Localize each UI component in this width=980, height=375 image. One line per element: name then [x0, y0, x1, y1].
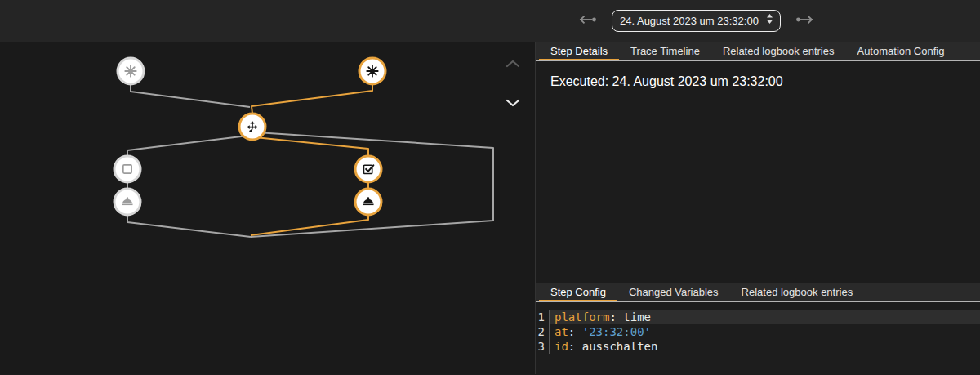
- ray-start-arrow-icon: [795, 14, 816, 28]
- code-line-content: at: '23:32:00': [549, 324, 980, 339]
- step-details-section: Step DetailsTrace TimelineRelated logboo…: [536, 42, 980, 283]
- trace-edge-active: [255, 137, 368, 156]
- executed-timestamp: Executed: 24. August 2023 um 23:32:00: [550, 74, 783, 88]
- yaml-editor[interactable]: 1platform: time2at: '23:32:00'3id: aussc…: [536, 302, 980, 374]
- config-tab-changed-variables[interactable]: Changed Variables: [617, 283, 730, 301]
- graph-node-trigger-left[interactable]: [118, 58, 144, 84]
- trace-edge: [251, 132, 493, 237]
- line-number: 1: [536, 310, 549, 324]
- trace-toolbar: 24. August 2023 um 23:32:00: [0, 0, 980, 42]
- code-line-content: platform: time: [549, 310, 980, 324]
- code-line: 3id: ausschalten: [536, 339, 980, 354]
- up-down-arrows-icon: [766, 13, 773, 28]
- graph-node-condition-right[interactable]: [355, 156, 381, 182]
- run-navigation: 24. August 2023 um 23:32:00: [575, 10, 817, 32]
- chevron-down-icon: [506, 98, 520, 110]
- details-tab-automation-config[interactable]: Automation Config: [845, 42, 956, 60]
- config-tabbar: Step ConfigChanged VariablesRelated logb…: [536, 283, 980, 302]
- chevron-up-icon: [506, 59, 520, 71]
- graph-node-condition-left[interactable]: [114, 156, 140, 182]
- ray-end-arrow-icon: [577, 14, 598, 28]
- graph-node-choose[interactable]: [239, 114, 265, 140]
- trace-graph-panel: [0, 42, 536, 374]
- asterisk-icon: [367, 65, 377, 76]
- code-line: 2at: '23:32:00': [536, 324, 980, 339]
- graph-node-action-right[interactable]: [355, 189, 381, 215]
- trace-edge: [131, 84, 250, 107]
- trace-main: Step DetailsTrace TimelineRelated logboo…: [0, 42, 980, 374]
- details-tabbar: Step DetailsTrace TimelineRelated logboo…: [536, 42, 980, 61]
- trace-graph: [0, 42, 536, 374]
- code-line: 1platform: time: [536, 310, 980, 324]
- step-config-section: Step ConfigChanged VariablesRelated logb…: [536, 283, 980, 374]
- trace-detail-panel: Step DetailsTrace TimelineRelated logboo…: [536, 42, 980, 374]
- move-down-button[interactable]: [504, 96, 522, 112]
- run-selector-value: 24. August 2023 um 23:32:00: [620, 15, 759, 27]
- run-selector-dropdown[interactable]: 24. August 2023 um 23:32:00: [612, 10, 781, 32]
- move-up-button[interactable]: [504, 57, 522, 73]
- asterisk-icon: [125, 65, 136, 76]
- graph-node-trigger-right[interactable]: [359, 58, 385, 84]
- line-number: 2: [536, 324, 549, 339]
- code-line-content: id: ausschalten: [549, 339, 980, 354]
- next-run-button[interactable]: [793, 12, 817, 29]
- config-tab-step-config[interactable]: Step Config: [539, 283, 617, 301]
- trace-edge: [127, 215, 251, 237]
- details-tab-trace-timeline[interactable]: Trace Timeline: [619, 42, 711, 60]
- graph-node-action-left[interactable]: [114, 189, 140, 215]
- line-number: 3: [536, 339, 549, 354]
- details-tab-step-details[interactable]: Step Details: [539, 42, 619, 60]
- trace-edge-active: [252, 84, 372, 114]
- details-tab-related-logbook-entries[interactable]: Related logbook entries: [711, 42, 846, 60]
- previous-run-button[interactable]: [575, 12, 599, 29]
- config-tab-related-logbook-entries[interactable]: Related logbook entries: [730, 283, 865, 301]
- trace-edge: [127, 136, 248, 156]
